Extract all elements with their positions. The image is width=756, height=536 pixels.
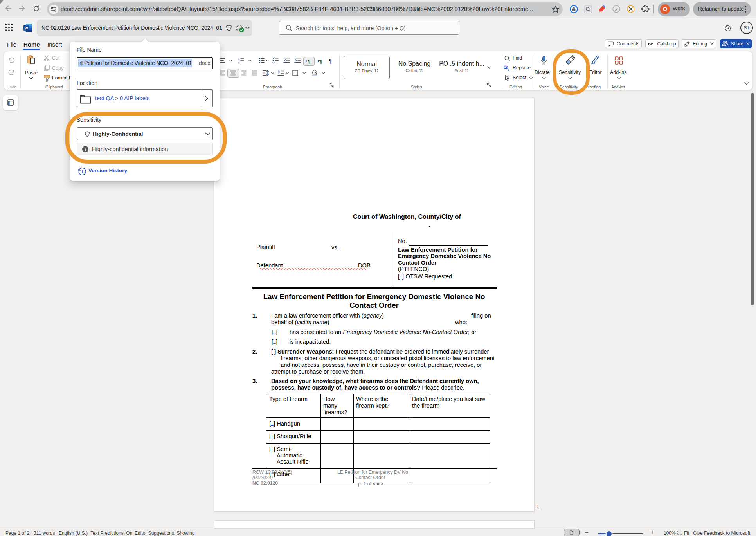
svg-text:¶: ¶	[319, 58, 322, 64]
svg-text:3: 3	[238, 62, 239, 64]
svg-text:W: W	[25, 26, 28, 30]
svg-text:c: c	[508, 67, 509, 72]
svg-text:¶: ¶	[308, 58, 310, 64]
